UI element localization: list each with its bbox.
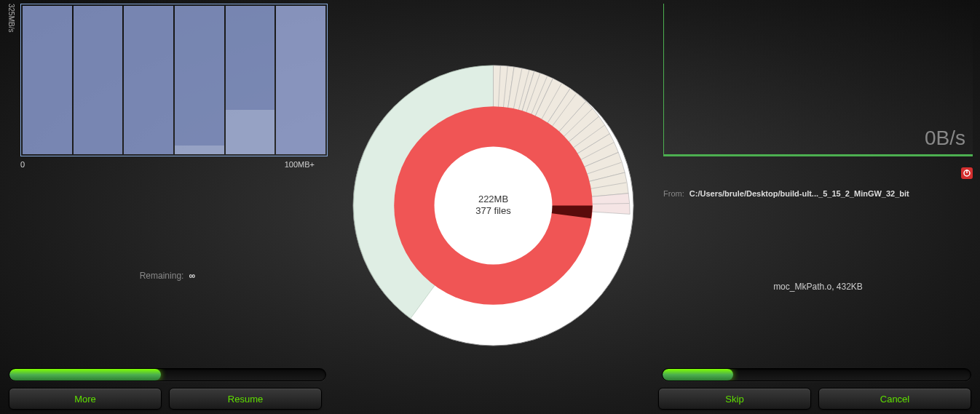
overall-progress-bar [9, 368, 326, 381]
from-label: From: [663, 189, 684, 198]
remaining-row: Remaining: ∞ [7, 271, 328, 281]
power-icon[interactable] [961, 167, 973, 179]
bar [124, 6, 173, 154]
bar [276, 6, 325, 154]
resume-button[interactable]: Resume [169, 388, 322, 410]
more-button[interactable]: More [9, 388, 162, 410]
skip-button[interactable]: Skip [658, 388, 811, 410]
read-speed-value: 0B/s [925, 127, 965, 150]
bar [226, 6, 275, 154]
x-axis-min: 0 [20, 160, 25, 169]
write-size-bar-chart [20, 4, 328, 156]
cancel-button[interactable]: Cancel [818, 388, 971, 410]
bar [23, 6, 72, 154]
bar [175, 6, 224, 154]
remaining-value: ∞ [189, 271, 196, 281]
file-progress-bar [662, 368, 971, 381]
x-axis-max: 100MB+ [285, 160, 315, 169]
read-speed-chart: 0B/s [663, 4, 973, 156]
remaining-label: Remaining: [140, 271, 184, 281]
bar [74, 6, 123, 154]
copy-sunburst-chart: 222MB 377 files [349, 62, 637, 349]
from-row: From: C:/Users/brule/Desktop/build-ult..… [663, 189, 973, 198]
center-size: 222MB [475, 194, 510, 206]
center-files: 377 files [475, 206, 510, 218]
current-file: moc_MkPath.o, 432KB [663, 282, 973, 292]
write-chart-y-label: 325MB/s [7, 4, 15, 32]
from-path: C:/Users/brule/Desktop/build-ult..._5_15… [689, 189, 909, 198]
